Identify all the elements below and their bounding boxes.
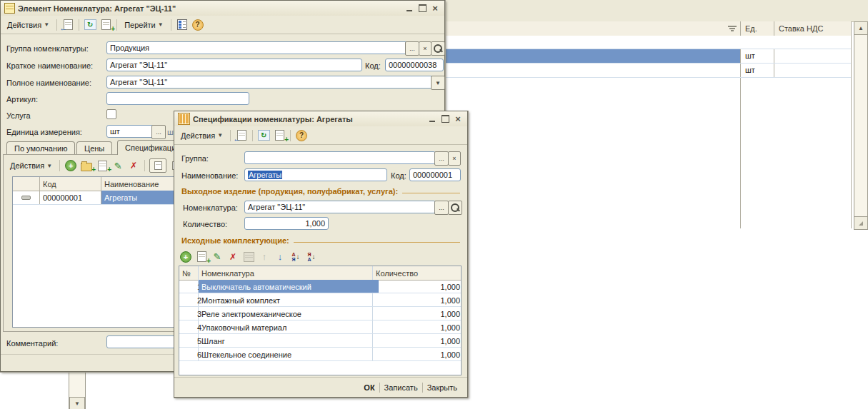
list-row-empty[interactable] <box>445 36 851 49</box>
view-mode-icon[interactable] <box>149 158 166 173</box>
specification-window: Спецификации номенклатуры: Агрегаты × Де… <box>174 111 468 398</box>
goto-button[interactable]: Перейти▼ <box>121 19 166 31</box>
open-button[interactable] <box>448 201 462 215</box>
list-header-sep <box>774 21 774 77</box>
list-cell-unit[interactable]: шт <box>745 51 755 60</box>
item-marker-icon <box>21 196 31 200</box>
maximize-icon[interactable] <box>417 4 427 13</box>
clear-button[interactable]: × <box>419 41 431 56</box>
structure-icon[interactable] <box>176 19 189 31</box>
select-button[interactable]: ... <box>151 125 166 139</box>
table-row[interactable]: 4 Упаковочный материал 1,000 <box>179 320 461 334</box>
selected-text: Агрегаты <box>248 171 282 179</box>
copy-icon[interactable]: + <box>195 251 208 263</box>
sort-desc-icon[interactable]: ЯА↓ <box>305 251 318 263</box>
minimize-icon[interactable] <box>427 114 437 123</box>
table-row[interactable]: 5 Шланг 1,000 <box>179 334 461 348</box>
delete-icon[interactable]: ✗ <box>226 251 239 263</box>
nomenclature-input[interactable]: Агрегат "ЭЦ-11" <box>244 201 436 213</box>
list-cell-unit[interactable]: шт <box>745 66 755 74</box>
help-icon[interactable]: ? <box>191 19 204 31</box>
list-vscrollbar[interactable] <box>854 21 868 228</box>
add-group-icon[interactable]: + <box>80 160 93 171</box>
list-col-vat-header[interactable]: Ставка НДС <box>779 24 823 33</box>
help-icon[interactable]: ? <box>295 130 308 141</box>
actions-button[interactable]: Действия▼ <box>4 19 52 31</box>
short-name-input[interactable]: Агрегат "ЭЦ-11" <box>106 59 362 71</box>
table-row[interactable]: 3 Реле электромеханическое 1,000 <box>179 307 461 320</box>
open-button[interactable] <box>431 41 445 56</box>
scroll-up-icon[interactable]: ▲ <box>854 21 868 35</box>
spec-col-code[interactable]: Код <box>40 177 106 191</box>
table-row[interactable]: 6 Штекельное соединение 1,000 <box>179 348 461 361</box>
refresh-icon[interactable]: ↻ <box>84 19 96 31</box>
select-button[interactable]: ... <box>434 201 449 215</box>
unit-input[interactable]: шт <box>106 125 154 138</box>
copy-icon[interactable]: + <box>99 19 112 31</box>
tab-default[interactable]: По умолчанию <box>6 141 75 155</box>
window-title: Элемент Номенклатура: Агрегат "ЭЦ-11" <box>18 4 176 13</box>
maximize-icon[interactable] <box>440 114 450 123</box>
list-col-unit-header[interactable]: Ед. <box>745 24 757 33</box>
select-button[interactable]: ... <box>405 41 419 56</box>
add-icon[interactable]: + <box>64 160 77 171</box>
tab-prices[interactable]: Цены <box>76 141 112 155</box>
service-checkbox[interactable] <box>106 109 116 119</box>
delete-icon[interactable]: ✗ <box>127 160 140 171</box>
actions-button[interactable]: Действия▼ <box>7 160 55 171</box>
quantity-label: Количество: <box>183 220 227 228</box>
nomenclature-label: Номенклатура: <box>183 203 238 212</box>
close-icon[interactable]: × <box>453 114 463 123</box>
list-header-sep <box>740 21 741 228</box>
edit-icon[interactable]: ✎ <box>111 160 124 171</box>
list-right-border <box>851 21 852 228</box>
chevron-down-icon: ▼ <box>435 80 441 86</box>
move-down-icon[interactable]: ↓ <box>274 251 286 263</box>
full-name-input[interactable]: Агрегат "ЭЦ-11" <box>106 76 434 89</box>
edit-icon[interactable]: ✎ <box>211 251 224 263</box>
service-label: Услуга <box>6 111 31 120</box>
sort-asc-icon[interactable]: АЯ↓ <box>289 251 302 263</box>
background-toolbar-area <box>445 0 868 22</box>
article-input[interactable] <box>106 92 249 105</box>
col-qty[interactable]: Количество <box>373 266 465 280</box>
element-titlebar[interactable]: Элемент Номенклатура: Агрегат "ЭЦ-11" × <box>1 1 444 16</box>
add-icon[interactable]: + <box>179 251 192 263</box>
actions-button[interactable]: Действия▼ <box>178 130 226 141</box>
name-input[interactable]: Агрегаты <box>244 168 387 181</box>
table-row[interactable]: 1 Выключатель автоматический 1,000 <box>179 280 461 293</box>
copy-icon[interactable]: + <box>273 130 286 141</box>
code-input[interactable]: 000000001 <box>409 168 461 181</box>
group-label: Группа: <box>181 154 209 163</box>
save-icon[interactable]: ← <box>235 130 248 141</box>
sort-funnel-icon[interactable] <box>727 26 737 31</box>
col-name[interactable]: Номенклатура <box>199 266 379 280</box>
close-button[interactable]: Закрыть <box>423 383 462 392</box>
select-button[interactable]: ... <box>434 151 449 166</box>
scroll-down-icon[interactable]: ▼ <box>69 397 85 409</box>
scroll-grip-icon[interactable] <box>854 216 868 230</box>
save-icon[interactable]: ← <box>61 19 74 31</box>
spec-titlebar[interactable]: Спецификации номенклатуры: Агрегаты × <box>174 111 467 127</box>
copy-icon[interactable]: + <box>96 160 109 171</box>
close-icon[interactable]: × <box>430 4 440 13</box>
ok-button[interactable]: ОК <box>359 383 379 392</box>
quantity-input[interactable]: 1,000 <box>244 217 329 230</box>
code-label: Код: <box>365 61 381 70</box>
list-row-selected[interactable] <box>445 49 740 63</box>
refresh-icon[interactable]: ↻ <box>257 130 270 141</box>
window-title: Спецификации номенклатуры: Агрегаты <box>193 115 353 123</box>
group-input[interactable] <box>244 151 436 164</box>
save-button[interactable]: Записать <box>380 383 422 392</box>
row-code[interactable]: 000000001 <box>40 191 106 204</box>
desktop: Ед. Ставка НДС шт шт ▲ ▼ Элемент Номенкл… <box>0 0 868 409</box>
dropdown-button[interactable]: ▼ <box>431 76 445 90</box>
clear-button[interactable]: × <box>448 151 461 166</box>
calc-icon <box>242 251 255 263</box>
group-input[interactable]: Продукция <box>106 41 408 54</box>
table-row[interactable]: 2 Монтажный комплект 1,000 <box>179 293 461 307</box>
short-name-label: Краткое наименование: <box>6 61 93 70</box>
code-input[interactable]: 00000000038 <box>385 59 444 71</box>
footer: ОК Записать Закрыть <box>174 377 467 397</box>
minimize-icon[interactable] <box>404 4 414 13</box>
